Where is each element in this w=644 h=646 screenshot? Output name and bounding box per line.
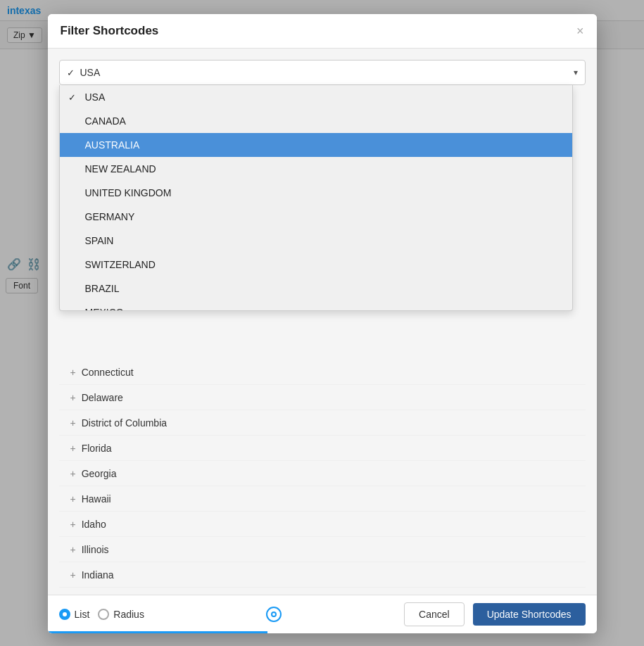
state-label-6: Idaho <box>82 519 106 530</box>
dropdown-item-united-kingdom[interactable]: UNITED KINGDOM <box>60 181 572 205</box>
modal-close-button[interactable]: × <box>576 25 584 37</box>
dropdown-label-7: SWITZERLAND <box>85 259 156 270</box>
country-select-box[interactable]: ✓ USA ▾ <box>59 60 586 85</box>
dropdown-label-8: BRAZIL <box>85 283 120 294</box>
state-label-9: Iowa <box>82 595 103 595</box>
states-list-container: +Connecticut+Delaware+District of Columb… <box>59 360 586 595</box>
country-select-value: USA <box>80 67 574 78</box>
modal-title: Filter Shortcodes <box>61 24 159 38</box>
dropdown-item-germany[interactable]: GERMANY <box>60 205 572 229</box>
dropdown-item-usa[interactable]: ✓USA <box>60 85 572 109</box>
radio-list-label: List <box>75 609 90 620</box>
dropdown-label-9: MEXICO <box>85 307 124 310</box>
radio-radius-label: Radius <box>113 609 144 620</box>
modal-overlay: Filter Shortcodes × ✓ USA ▾ ✓USACANADAAU… <box>0 0 644 646</box>
state-item-hawaii[interactable]: +Hawaii <box>59 486 586 512</box>
dropdown-label-6: SPAIN <box>85 235 114 246</box>
radius-dot <box>266 607 282 622</box>
state-plus-icon-2: + <box>70 417 76 429</box>
state-item-indiana[interactable]: +Indiana <box>59 562 586 588</box>
dropdown-label-5: GERMANY <box>85 211 135 222</box>
state-item-connecticut[interactable]: +Connecticut <box>59 360 586 385</box>
dropdown-label-4: UNITED KINGDOM <box>85 187 172 198</box>
dropdown-item-australia[interactable]: AUSTRALIA <box>60 133 572 157</box>
radio-group: List Radius <box>59 609 144 620</box>
dropdown-label-3: NEW ZEALAND <box>85 163 156 175</box>
state-plus-icon-0: + <box>70 367 76 378</box>
state-item-georgia[interactable]: +Georgia <box>59 461 586 486</box>
state-plus-icon-4: + <box>70 468 76 479</box>
state-plus-icon-7: + <box>70 544 76 555</box>
dropdown-item-canada[interactable]: CANADA <box>60 109 572 133</box>
state-label-5: Hawaii <box>82 493 111 505</box>
dropdown-scroll[interactable]: ✓USACANADAAUSTRALIANEW ZEALANDUNITED KIN… <box>60 85 572 310</box>
radio-list-circle <box>59 609 70 620</box>
state-label-8: Indiana <box>82 569 114 581</box>
state-plus-icon-1: + <box>70 392 76 403</box>
state-item-district-of-columbia[interactable]: +District of Columbia <box>59 410 586 436</box>
state-plus-icon-9: + <box>70 595 76 595</box>
state-plus-icon-5: + <box>70 493 76 505</box>
state-item-idaho[interactable]: +Idaho <box>59 512 586 537</box>
state-item-florida[interactable]: +Florida <box>59 436 586 461</box>
country-select-wrapper: ✓ USA ▾ ✓USACANADAAUSTRALIANEW ZEALANDUN… <box>59 60 586 85</box>
cancel-button[interactable]: Cancel <box>404 602 465 626</box>
filter-shortcodes-modal: Filter Shortcodes × ✓ USA ▾ ✓USACANADAAU… <box>48 14 597 633</box>
state-plus-icon-6: + <box>70 519 76 530</box>
state-label-7: Illinois <box>82 544 109 555</box>
state-label-0: Connecticut <box>82 367 134 378</box>
dropdown-label-0: USA <box>85 91 106 103</box>
dropdown-item-spain[interactable]: SPAIN <box>60 229 572 253</box>
radio-list-inner <box>63 612 67 616</box>
radio-radius[interactable]: Radius <box>98 609 144 620</box>
state-plus-icon-3: + <box>70 443 76 454</box>
state-plus-icon-8: + <box>70 569 76 581</box>
dropdown-item-switzerland[interactable]: SWITZERLAND <box>60 253 572 277</box>
state-label-3: Florida <box>82 443 112 454</box>
modal-body: ✓ USA ▾ ✓USACANADAAUSTRALIANEW ZEALANDUN… <box>48 49 597 595</box>
dropdown-item-new-zealand[interactable]: NEW ZEALAND <box>60 157 572 181</box>
dropdown-item-mexico[interactable]: MEXICO <box>60 300 572 310</box>
modal-footer: List Radius Cancel Update Shortcodes <box>48 595 597 633</box>
dropdown-item-brazil[interactable]: BRAZIL <box>60 277 572 300</box>
modal-header: Filter Shortcodes × <box>48 14 597 49</box>
country-check-mark: ✓ <box>67 68 75 78</box>
state-item-delaware[interactable]: +Delaware <box>59 385 586 410</box>
state-item-illinois[interactable]: +Illinois <box>59 537 586 562</box>
state-label-2: District of Columbia <box>82 417 167 429</box>
update-shortcodes-button[interactable]: Update Shortcodes <box>473 603 586 626</box>
dropdown-label-2: AUSTRALIA <box>85 139 140 151</box>
radio-radius-circle <box>98 609 109 620</box>
radio-list[interactable]: List <box>59 609 90 620</box>
country-dropdown-list: ✓USACANADAAUSTRALIANEW ZEALANDUNITED KIN… <box>59 85 573 311</box>
country-select-arrow: ▾ <box>574 68 578 77</box>
state-label-4: Georgia <box>82 468 117 479</box>
radius-dot-inner <box>271 612 277 617</box>
state-label-1: Delaware <box>82 392 123 403</box>
dropdown-label-1: CANADA <box>85 115 126 127</box>
state-item-iowa[interactable]: +Iowa <box>59 588 586 595</box>
progress-line <box>48 631 267 633</box>
dropdown-check-0: ✓ <box>68 92 80 103</box>
